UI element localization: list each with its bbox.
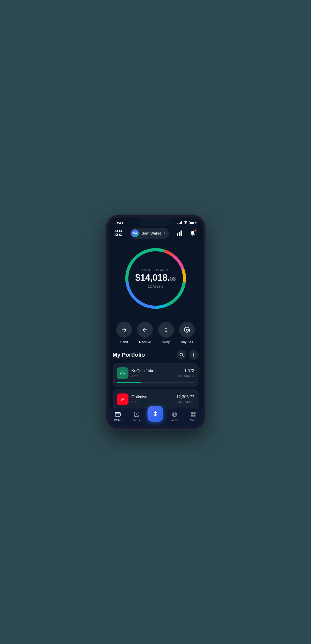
- asset-name-kucoin: KuCoin Token: [132, 369, 175, 373]
- wallet-selector[interactable]: SW Sam Wallet ▾: [130, 228, 169, 239]
- send-button[interactable]: Send: [116, 322, 132, 344]
- wallet-nav-icon: [114, 411, 121, 418]
- avatar: SW: [131, 229, 139, 237]
- svg-line-25: [182, 356, 183, 357]
- swap-label: Swap: [162, 340, 170, 344]
- svg-point-24: [180, 353, 183, 356]
- phone-frame: 9:41: [106, 215, 205, 429]
- nav-more[interactable]: More: [186, 411, 201, 422]
- nav-wallet[interactable]: Wallet: [110, 411, 125, 422]
- nav-web3-label: Web3: [171, 419, 178, 422]
- portfolio-title: My Portfolio: [113, 352, 145, 358]
- asset-pct-kucoin: 32%: [132, 374, 175, 378]
- asset-card-kucoin[interactable]: KCS KuCoin Token 32% 1.673 $43,003.34: [113, 363, 199, 387]
- swap-icon-circle: [158, 322, 174, 338]
- svg-rect-42: [193, 412, 195, 414]
- notification-button[interactable]: [188, 229, 197, 238]
- svg-text:KCS: KCS: [120, 372, 125, 375]
- nav-nfts[interactable]: NFTs: [129, 411, 144, 422]
- svg-rect-44: [193, 415, 195, 417]
- swap-button[interactable]: Swap: [158, 322, 174, 344]
- asset-values-kucoin: 1.673 $43,003.34: [178, 369, 194, 378]
- portfolio-header: My Portfolio: [113, 350, 199, 360]
- balance-assets: 12 Assets: [133, 284, 178, 288]
- scan-icon: [115, 229, 122, 237]
- notification-badge: [194, 229, 197, 232]
- receive-label: Receive: [139, 340, 151, 344]
- svg-point-36: [136, 414, 137, 415]
- svg-text:OP: OP: [121, 398, 125, 401]
- nav-center-button[interactable]: [148, 406, 163, 422]
- svg-rect-33: [115, 412, 120, 416]
- status-icons: [177, 221, 195, 225]
- receive-icon-circle: [137, 322, 153, 338]
- buy-sell-icon-circle: $: [179, 322, 195, 338]
- svg-rect-1: [120, 230, 121, 232]
- battery-icon: [189, 221, 195, 224]
- svg-rect-9: [181, 230, 182, 236]
- nav-more-label: More: [190, 419, 196, 422]
- scan-button[interactable]: [114, 228, 123, 238]
- svg-rect-8: [179, 232, 180, 236]
- balance-content: TOTAL BALANCE $14,018.08 12 Assets: [133, 269, 178, 288]
- asset-amount-optimism: 12,305.77: [176, 395, 194, 399]
- portfolio-section: My Portfolio: [109, 350, 203, 408]
- asset-bar-fill-kucoin: [117, 382, 142, 383]
- donut-chart: TOTAL BALANCE $14,018.08 12 Assets: [121, 244, 190, 313]
- nav-wallet-label: Wallet: [114, 419, 122, 422]
- svg-rect-43: [191, 415, 193, 417]
- chevron-down-icon: ▾: [164, 232, 166, 235]
- web3-nav-icon: [171, 411, 178, 418]
- buy-sell-label: Buy/Sell: [181, 340, 193, 344]
- svg-rect-2: [116, 234, 118, 236]
- nav-web3[interactable]: Web3: [167, 411, 182, 422]
- svg-rect-0: [116, 230, 118, 232]
- balance-section: TOTAL BALANCE $14,018.08 12 Assets: [109, 242, 203, 318]
- portfolio-search-button[interactable]: [177, 350, 186, 360]
- nfts-nav-icon: [133, 411, 140, 418]
- wifi-icon: [184, 221, 188, 225]
- asset-info-kucoin: KuCoin Token 32%: [132, 369, 175, 378]
- asset-info-optimism: Optimism 31%: [132, 395, 173, 404]
- svg-rect-7: [177, 233, 178, 236]
- asset-amount-kucoin: 1.673: [178, 369, 194, 373]
- optimism-icon: OP: [117, 393, 128, 405]
- balance-label: TOTAL BALANCE: [133, 269, 178, 272]
- kucoin-icon: KCS: [117, 367, 128, 379]
- asset-name-optimism: Optimism: [132, 395, 173, 399]
- action-buttons: Send Receive Swap: [109, 318, 203, 350]
- asset-pct-optimism: 31%: [132, 400, 173, 404]
- send-label: Send: [120, 340, 128, 344]
- asset-card-optimism[interactable]: OP Optimism 31% 12,305.77 $42,149.56: [113, 389, 199, 408]
- wallet-name: Sam Wallet: [141, 231, 161, 235]
- header: SW Sam Wallet ▾: [109, 226, 203, 242]
- more-nav-icon: [190, 411, 197, 418]
- send-icon-circle: [116, 322, 132, 338]
- asset-usd-kucoin: $43,003.34: [178, 374, 194, 378]
- svg-rect-41: [191, 412, 193, 414]
- status-time: 9:41: [116, 221, 124, 225]
- asset-usd-optimism: $42,149.56: [176, 400, 194, 404]
- balance-amount: $14,018.08: [133, 273, 178, 282]
- portfolio-actions: [177, 350, 199, 360]
- bottom-nav: Wallet NFTs: [109, 408, 203, 427]
- portfolio-add-button[interactable]: [189, 350, 199, 360]
- asset-values-optimism: 12,305.77 $42,149.56: [176, 395, 194, 404]
- buy-sell-button[interactable]: $ Buy/Sell: [179, 322, 195, 344]
- receive-button[interactable]: Receive: [137, 322, 153, 344]
- header-right: [175, 229, 197, 238]
- signal-icon: [177, 221, 182, 224]
- chart-button[interactable]: [175, 229, 185, 238]
- asset-row-op: OP Optimism 31% 12,305.77 $42,149.56: [117, 393, 194, 405]
- notch: [140, 218, 172, 226]
- asset-bar-kucoin: [117, 382, 194, 383]
- nav-nfts-label: NFTs: [133, 419, 140, 422]
- asset-row: KCS KuCoin Token 32% 1.673 $43,003.34: [117, 367, 194, 379]
